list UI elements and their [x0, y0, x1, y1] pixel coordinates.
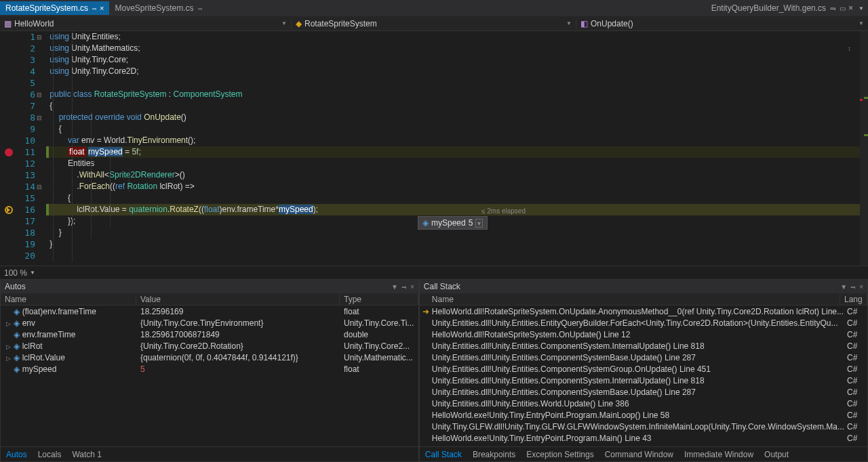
autos-row[interactable]: ◈ env.frameTime18.259617006871849double	[1, 329, 418, 340]
code-line[interactable]	[47, 250, 868, 261]
breakpoint-icon[interactable]	[5, 148, 13, 156]
autos-row[interactable]: ◈ mySpeed5float	[1, 363, 418, 375]
nav-project[interactable]: ▦ HelloWorld ▼	[0, 19, 292, 28]
chevron-down-icon[interactable]: ▼	[840, 283, 847, 291]
callstack-row[interactable]: Unity.Entities.dll!Unity.Entities.Entity…	[420, 317, 867, 329]
close-icon[interactable]: ×	[100, 4, 104, 12]
nav-class[interactable]: ◆ RotateSpriteSystem ▼	[292, 19, 576, 28]
callstack-row[interactable]: Unity.Entities.dll!Unity.Entities.Compon…	[420, 386, 867, 398]
code-line[interactable]	[47, 77, 868, 89]
fold-toggle[interactable]: ⊟	[35, 91, 43, 98]
fold-toggle[interactable]: ⊟	[35, 34, 43, 41]
code-line[interactable]: float mySpeed = 5f;	[47, 146, 868, 158]
code-line[interactable]: using Unity.Tiny.Core2D;	[47, 66, 868, 77]
code-line[interactable]: }	[47, 238, 868, 250]
autos-row[interactable]: ▷ ◈ lclRot.Value{quaternion(0f, 0f, 0.40…	[1, 352, 418, 363]
panel-tab-commandwindow[interactable]: Command Window	[599, 448, 679, 461]
autos-row[interactable]: ◈ (float)env.frameTime18.2596169float	[1, 306, 418, 317]
code-line[interactable]: lclRot.Value = quaternion.RotateZ((float…	[47, 204, 868, 215]
callstack-row[interactable]: HelloWorld.exe!Unity.Tiny.EntryPoint.Pro…	[420, 432, 867, 444]
code-line[interactable]: using Unity.Tiny.Core;	[47, 54, 868, 66]
panel-tab-callstack[interactable]: Call Stack	[420, 448, 467, 461]
chevron-down-icon[interactable]: ▼	[30, 270, 35, 276]
tab-movespritesystem[interactable]: MoveSpriteSystem.cs ⫬	[109, 1, 208, 15]
code-line[interactable]: var env = World.TinyEnvironment();	[47, 135, 868, 146]
callstack-column-headers: Name Lang	[420, 293, 867, 306]
pin-icon[interactable]: ⫬	[401, 283, 408, 291]
panel-tab-autos[interactable]: Autos	[1, 448, 33, 461]
variable-icon: ◈	[14, 353, 20, 362]
callstack-row[interactable]: ➜HelloWorld.dll!RotateSpriteSystem.OnUpd…	[420, 306, 867, 317]
autos-body[interactable]: ◈ (float)env.frameTime18.2596169float▷ ◈…	[1, 306, 418, 446]
line-number: 19	[15, 239, 35, 249]
callstack-body[interactable]: ➜HelloWorld.dll!RotateSpriteSystem.OnUpd…	[420, 306, 867, 446]
autos-name-cell: ◈ env.frameTime	[1, 330, 136, 339]
nav-method[interactable]: ◧ OnUpdate() ▼	[576, 19, 868, 28]
callstack-header: Call Stack ▼ ⫬ ×	[420, 280, 867, 293]
chevron-down-icon[interactable]: ▼	[391, 283, 398, 291]
code-line[interactable]: .WithAll<Sprite2DRenderer>()	[47, 169, 868, 181]
expand-icon[interactable]: ▷	[5, 320, 12, 327]
close-icon[interactable]: ×	[410, 283, 414, 291]
col-name[interactable]: Name	[1, 294, 136, 305]
callstack-row[interactable]: Unity.Entities.dll!Unity.Entities.Compon…	[420, 375, 867, 386]
panel-tab-immediatewindow[interactable]: Immediate Window	[679, 448, 759, 461]
panel-tab-exceptionsettings[interactable]: Exception Settings	[521, 448, 599, 461]
code-line[interactable]: {	[47, 192, 868, 204]
breakpoint-zone[interactable]	[3, 148, 15, 156]
callstack-row[interactable]: Unity.Entities.dll!Unity.Entities.Compon…	[420, 363, 867, 375]
code-line[interactable]: Entities	[47, 158, 868, 169]
expand-icon[interactable]: ▷	[5, 355, 12, 362]
close-icon[interactable]: ×	[859, 283, 863, 291]
code-line[interactable]: protected override void OnUpdate()	[47, 112, 868, 123]
col-lang[interactable]: Lang	[840, 294, 867, 305]
pin-icon[interactable]: ⫬	[197, 5, 203, 12]
callstack-text: Unity.Tiny.GLFW.dll!Unity.Tiny.GLFW.GLFW…	[432, 422, 847, 432]
minimap[interactable]	[860, 31, 868, 266]
callstack-row[interactable]: HelloWorld.dll!RotateSpriteSystem.OnUpda…	[420, 329, 867, 340]
code-line[interactable]: public class RotateSpriteSystem : Compon…	[47, 89, 868, 100]
col-value[interactable]: Value	[136, 294, 340, 305]
col-name[interactable]: Name	[420, 294, 840, 305]
gutter-row: 1⊟	[0, 31, 47, 43]
close-icon[interactable]: ×	[848, 3, 853, 13]
fold-toggle[interactable]: ⊟	[35, 114, 43, 121]
pin-icon[interactable]: ⫬	[850, 283, 856, 291]
code-line[interactable]: .ForEach((ref Rotation lclRot) =>	[47, 181, 868, 192]
variable-icon: ◈	[14, 341, 20, 351]
callstack-row[interactable]: Unity.Entities.dll!Unity.Entities.World.…	[420, 398, 867, 409]
gutter-row: 17	[0, 215, 47, 227]
pin-icon[interactable]: ⫬	[91, 5, 97, 12]
chevron-down-icon[interactable]: ▼	[859, 5, 864, 12]
panel-tab-locals[interactable]: Locals	[33, 448, 67, 461]
autos-row[interactable]: ▷ ◈ env{Unity.Tiny.Core.TinyEnvironment}…	[1, 317, 418, 329]
callstack-row[interactable]: Unity.Entities.dll!Unity.Entities.Compon…	[420, 352, 867, 363]
code-line[interactable]: using Unity.Mathematics;	[47, 43, 868, 54]
current-statement-icon[interactable]	[5, 206, 13, 214]
code-line[interactable]: {	[47, 123, 868, 135]
callstack-row[interactable]: Unity.Entities.dll!Unity.Entities.Compon…	[420, 340, 867, 352]
pin-icon[interactable]: ⫬	[829, 3, 837, 13]
callstack-row[interactable]: Unity.Tiny.GLFW.dll!Unity.Tiny.GLFW.GLFW…	[420, 421, 867, 432]
field-icon: ◈	[422, 218, 429, 228]
code-content[interactable]: using Unity.Entities; using Unity.Mathem…	[47, 31, 868, 266]
fold-toggle[interactable]: ⊟	[35, 184, 43, 190]
col-type[interactable]: Type	[340, 294, 418, 305]
code-line[interactable]: using Unity.Entities;	[47, 31, 868, 43]
line-number: 7	[15, 101, 35, 111]
panel-tab-output[interactable]: Output	[759, 448, 794, 461]
expand-icon[interactable]: ▾	[475, 219, 483, 228]
callstack-text: Unity.Entities.dll!Unity.Entities.Compon…	[432, 364, 847, 374]
preview-tab[interactable]: EntityQueryBuilder_With.gen.cs ⫬ ▭ × ▼	[711, 3, 868, 13]
zoom-level[interactable]: 100 %	[4, 268, 27, 278]
autos-row[interactable]: ▷ ◈ lclRot{Unity.Tiny.Core2D.Rotation}Un…	[1, 340, 418, 352]
promote-icon[interactable]: ▭	[840, 5, 846, 12]
panel-tab-watch1[interactable]: Watch 1	[66, 448, 107, 461]
expand-icon[interactable]: ▷	[5, 343, 12, 350]
breakpoint-zone[interactable]	[3, 206, 15, 214]
datatip[interactable]: ◈mySpeed 5 ▾	[418, 216, 488, 230]
panel-tab-breakpoints[interactable]: Breakpoints	[467, 448, 521, 461]
callstack-row[interactable]: HelloWorld.exe!Unity.Tiny.EntryPoint.Pro…	[420, 409, 867, 421]
code-line[interactable]: {	[47, 100, 868, 112]
tab-rotatespritesystem[interactable]: RotateSpriteSystem.cs ⫬ ×	[0, 1, 109, 15]
